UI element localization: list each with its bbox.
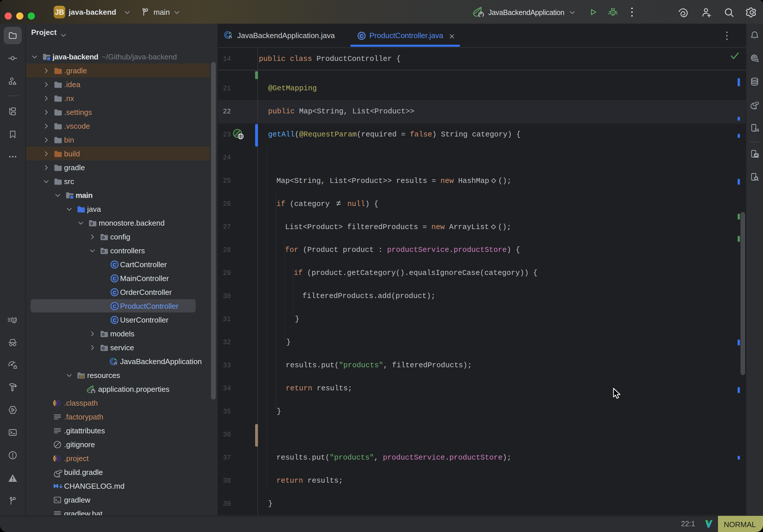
svg-text:C: C [360,34,363,39]
